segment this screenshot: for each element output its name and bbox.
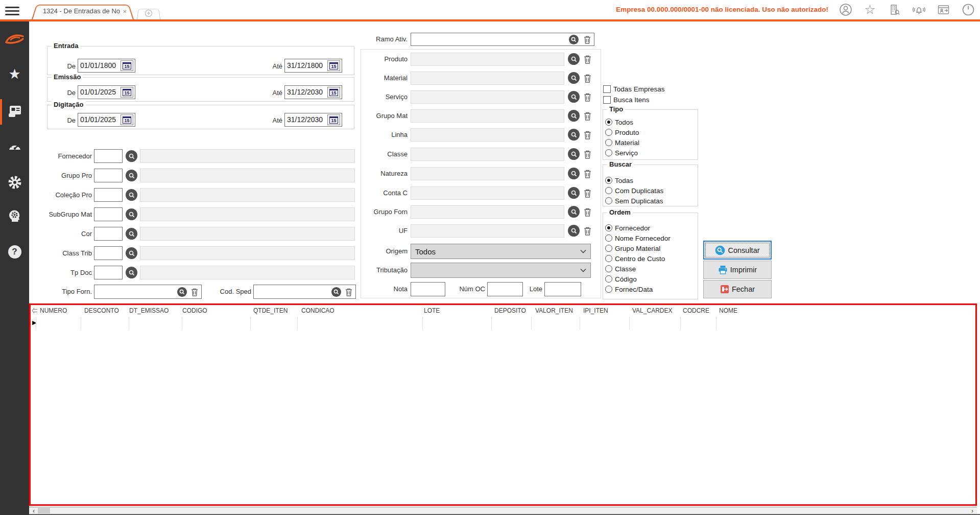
scroll-left-icon[interactable]: ‹ xyxy=(30,507,38,514)
radio-option-c-digo[interactable]: Código xyxy=(605,274,696,284)
imprimir-button[interactable]: Imprimir xyxy=(703,261,772,279)
company-search-icon[interactable] xyxy=(888,3,901,16)
radio-icon[interactable] xyxy=(605,245,612,252)
search-icon[interactable] xyxy=(331,287,341,297)
search-icon[interactable] xyxy=(568,168,580,179)
trash-icon[interactable] xyxy=(583,129,592,141)
column-header-desconto[interactable]: DESCONTO xyxy=(84,307,119,314)
todas-empresas-checkbox[interactable] xyxy=(603,85,611,93)
column-header-ipi_iten[interactable]: IPI_ITEN xyxy=(583,307,608,314)
radio-option-fornec-data[interactable]: Fornec/Data xyxy=(605,284,696,294)
favorites-star-icon[interactable]: ☆ xyxy=(863,3,877,16)
code-input[interactable] xyxy=(94,246,123,260)
horizontal-scrollbar[interactable]: ‹ › xyxy=(29,507,977,514)
search-icon[interactable] xyxy=(568,91,580,103)
search-icon[interactable] xyxy=(568,206,580,218)
origem-select[interactable]: Todos xyxy=(411,244,591,259)
trash-icon[interactable] xyxy=(583,188,592,199)
results-grid[interactable]: ▶ NUMERODESCONTODT_EMISSAOCODIGOQTDE_ITE… xyxy=(29,303,977,506)
notifications-bell-icon[interactable] xyxy=(912,3,926,16)
radio-option-servi-o[interactable]: Serviço xyxy=(605,148,696,158)
radio-option-centro-de-custo[interactable]: Centro de Custo xyxy=(605,253,696,264)
search-icon[interactable] xyxy=(177,287,187,297)
code-input[interactable] xyxy=(94,266,123,279)
trash-icon[interactable] xyxy=(583,225,592,237)
switch-user-icon[interactable] xyxy=(937,3,950,16)
trash-icon[interactable] xyxy=(583,206,592,218)
search-icon[interactable] xyxy=(568,53,580,65)
search-icon[interactable] xyxy=(568,225,580,237)
radio-icon[interactable] xyxy=(605,149,612,156)
column-header-nome[interactable]: NOME xyxy=(719,307,737,314)
tab-close-icon[interactable]: × xyxy=(123,8,127,15)
column-header-val_cardex[interactable]: VAL_CARDEX xyxy=(632,307,672,314)
column-header-valor_iten[interactable]: VALOR_ITEN xyxy=(535,307,573,314)
radio-label: Material xyxy=(615,139,639,147)
radio-option-todas[interactable]: Todas xyxy=(605,175,696,185)
radio-option-com-duplicatas[interactable]: Com Duplicatas xyxy=(605,185,696,196)
app-logo[interactable] xyxy=(0,33,29,46)
trash-icon[interactable] xyxy=(583,73,592,84)
search-icon[interactable] xyxy=(569,35,579,44)
column-header-condicao[interactable]: CONDICAO xyxy=(301,307,334,314)
search-icon[interactable] xyxy=(568,148,580,160)
fechar-button[interactable]: Fechar xyxy=(703,280,772,298)
trash-icon[interactable] xyxy=(583,168,592,179)
radio-icon[interactable] xyxy=(605,235,612,242)
column-header-lote[interactable]: LOTE xyxy=(424,307,440,314)
radio-option-classe[interactable]: Classe xyxy=(605,264,696,274)
search-icon[interactable] xyxy=(568,187,580,199)
radio-icon[interactable] xyxy=(605,139,612,146)
trash-icon[interactable] xyxy=(583,91,592,103)
column-header-codcre[interactable]: CODCRE xyxy=(683,307,709,314)
menu-icon[interactable] xyxy=(5,7,20,15)
radio-icon[interactable] xyxy=(605,286,612,293)
nota-input[interactable] xyxy=(411,282,445,296)
radio-option-produto[interactable]: Produto xyxy=(605,127,696,137)
search-icon[interactable] xyxy=(568,72,580,84)
column-header-dt_emissao[interactable]: DT_EMISSAO xyxy=(129,307,169,314)
trash-icon[interactable] xyxy=(583,34,592,45)
search-icon[interactable] xyxy=(126,267,137,278)
ramo-ativ-input[interactable] xyxy=(411,33,594,46)
radio-option-grupo-material[interactable]: Grupo Material xyxy=(605,243,696,253)
radio-icon[interactable] xyxy=(605,129,612,136)
radio-option-sem-duplicatas[interactable]: Sem Duplicatas xyxy=(605,196,696,206)
radio-icon[interactable] xyxy=(605,197,612,204)
radio-option-todos[interactable]: Todos xyxy=(605,117,696,127)
radio-option-fornecedor[interactable]: Fornecedor xyxy=(605,223,696,233)
column-header-qtde_iten[interactable]: QTDE_ITEN xyxy=(253,307,288,314)
radio-option-nome-fornecedor[interactable]: Nome Fornecedor xyxy=(605,233,696,243)
user-icon[interactable] xyxy=(839,3,852,16)
trash-icon[interactable] xyxy=(583,110,592,122)
radio-icon[interactable] xyxy=(605,255,612,262)
search-icon[interactable] xyxy=(568,129,580,141)
trash-icon[interactable] xyxy=(344,287,353,298)
trash-icon[interactable] xyxy=(583,54,592,65)
radio-option-material[interactable]: Material xyxy=(605,137,696,148)
search-icon[interactable] xyxy=(568,110,580,122)
column-header-deposito[interactable]: DEPOSITO xyxy=(494,307,526,314)
radio-icon[interactable] xyxy=(605,187,612,194)
trash-icon[interactable] xyxy=(190,287,199,298)
radio-icon[interactable] xyxy=(605,265,612,272)
tributacao-select[interactable] xyxy=(411,263,591,278)
column-header-numero[interactable]: NUMERO xyxy=(40,307,67,314)
busca-itens-checkbox[interactable] xyxy=(603,96,611,104)
scrollbar-thumb[interactable] xyxy=(38,508,50,513)
new-tab-button[interactable] xyxy=(137,8,160,19)
radio-icon[interactable] xyxy=(605,275,612,283)
cod-sped-input[interactable] xyxy=(253,285,356,299)
radio-icon[interactable] xyxy=(605,119,612,126)
tipo-forn-input[interactable] xyxy=(94,285,202,299)
search-icon[interactable] xyxy=(126,247,137,259)
lote-input[interactable] xyxy=(544,282,581,296)
radio-icon[interactable] xyxy=(605,224,612,231)
power-icon[interactable] xyxy=(961,3,975,16)
scroll-right-icon[interactable]: › xyxy=(968,507,976,514)
tab-active[interactable]: 1324 - De Entradas de No × xyxy=(32,3,134,19)
trash-icon[interactable] xyxy=(583,149,592,160)
radio-icon[interactable] xyxy=(605,177,612,184)
consultar-button[interactable]: Consultar xyxy=(703,241,772,260)
column-header-codigo[interactable]: CODIGO xyxy=(182,307,207,314)
